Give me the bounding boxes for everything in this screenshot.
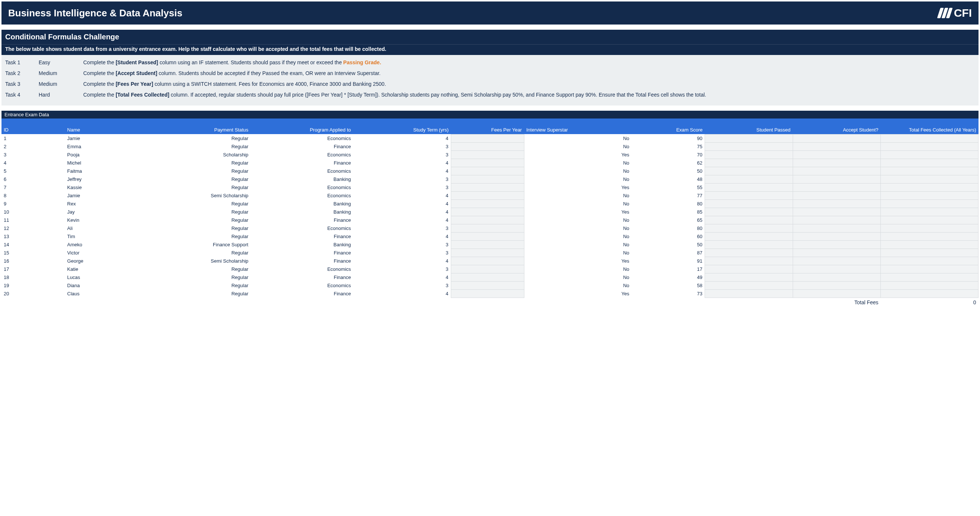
cell-total[interactable]: [881, 273, 978, 281]
cell-passed[interactable]: [705, 232, 793, 240]
cell-fees[interactable]: [451, 142, 524, 151]
cell-passed[interactable]: [705, 167, 793, 175]
cell-total[interactable]: [881, 191, 978, 200]
cell-fees[interactable]: [451, 224, 524, 232]
cell-passed[interactable]: [705, 224, 793, 232]
cell-superstar: Yes: [524, 183, 632, 191]
cell-accept[interactable]: [793, 183, 881, 191]
cell-id: 19: [2, 281, 65, 289]
cell-fees[interactable]: [451, 232, 524, 240]
cell-score: 75: [632, 142, 705, 151]
cell-total[interactable]: [881, 289, 978, 298]
cell-accept[interactable]: [793, 191, 881, 200]
cell-fees[interactable]: [451, 151, 524, 159]
cell-passed[interactable]: [705, 257, 793, 265]
cell-accept[interactable]: [793, 265, 881, 273]
cell-accept[interactable]: [793, 151, 881, 159]
cell-fees[interactable]: [451, 257, 524, 265]
col-accept: Accept Student?: [793, 119, 881, 134]
cell-total[interactable]: [881, 167, 978, 175]
cell-fees[interactable]: [451, 134, 524, 142]
cell-total[interactable]: [881, 134, 978, 142]
cell-fees[interactable]: [451, 273, 524, 281]
table-row: 9RexRegularBanking4No80: [2, 200, 978, 208]
cell-total[interactable]: [881, 240, 978, 249]
cell-passed[interactable]: [705, 151, 793, 159]
cell-passed[interactable]: [705, 134, 793, 142]
cell-fees[interactable]: [451, 289, 524, 298]
cell-accept[interactable]: [793, 257, 881, 265]
cell-id: 15: [2, 249, 65, 257]
cell-passed[interactable]: [705, 249, 793, 257]
cell-fees[interactable]: [451, 159, 524, 167]
cell-total[interactable]: [881, 208, 978, 216]
cell-score: 62: [632, 159, 705, 167]
cell-accept[interactable]: [793, 167, 881, 175]
cell-accept[interactable]: [793, 208, 881, 216]
cell-accept[interactable]: [793, 224, 881, 232]
cell-passed[interactable]: [705, 200, 793, 208]
cell-total[interactable]: [881, 224, 978, 232]
cell-accept[interactable]: [793, 232, 881, 240]
cell-accept[interactable]: [793, 281, 881, 289]
table-row: 15VictorRegularFinance3No87: [2, 249, 978, 257]
table-row: 7KassieRegularEconomics3Yes55: [2, 183, 978, 191]
cell-total[interactable]: [881, 249, 978, 257]
cell-accept[interactable]: [793, 273, 881, 281]
cell-total[interactable]: [881, 183, 978, 191]
cell-accept[interactable]: [793, 134, 881, 142]
cell-accept[interactable]: [793, 240, 881, 249]
cell-total[interactable]: [881, 200, 978, 208]
cell-passed[interactable]: [705, 216, 793, 224]
cell-fees[interactable]: [451, 281, 524, 289]
cell-accept[interactable]: [793, 159, 881, 167]
cell-accept[interactable]: [793, 216, 881, 224]
cell-total[interactable]: [881, 159, 978, 167]
cell-superstar: No: [524, 167, 632, 175]
cell-passed[interactable]: [705, 208, 793, 216]
cell-fees[interactable]: [451, 249, 524, 257]
cell-passed[interactable]: [705, 142, 793, 151]
cell-id: 7: [2, 183, 65, 191]
cell-id: 5: [2, 167, 65, 175]
cell-superstar: No: [524, 224, 632, 232]
cell-program: Economics: [250, 191, 353, 200]
cell-fees[interactable]: [451, 167, 524, 175]
cell-passed[interactable]: [705, 289, 793, 298]
cell-fees[interactable]: [451, 216, 524, 224]
cell-accept[interactable]: [793, 200, 881, 208]
cell-fees[interactable]: [451, 175, 524, 183]
cell-fees[interactable]: [451, 200, 524, 208]
cell-fees[interactable]: [451, 208, 524, 216]
section-heading: Conditional Formulas Challenge: [2, 30, 978, 44]
cell-total[interactable]: [881, 216, 978, 224]
cell-accept[interactable]: [793, 175, 881, 183]
cell-term: 3: [353, 249, 451, 257]
cell-total[interactable]: [881, 142, 978, 151]
cell-total[interactable]: [881, 281, 978, 289]
cell-fees[interactable]: [451, 240, 524, 249]
cell-total[interactable]: [881, 232, 978, 240]
cell-passed[interactable]: [705, 159, 793, 167]
cell-passed[interactable]: [705, 240, 793, 249]
cell-accept[interactable]: [793, 249, 881, 257]
cell-score: 55: [632, 183, 705, 191]
table-row: 16GeorgeSemi ScholarshipFinance4Yes91: [2, 257, 978, 265]
cell-accept[interactable]: [793, 142, 881, 151]
cell-total[interactable]: [881, 257, 978, 265]
cell-fees[interactable]: [451, 265, 524, 273]
cell-total[interactable]: [881, 151, 978, 159]
cell-id: 16: [2, 257, 65, 265]
cell-passed[interactable]: [705, 281, 793, 289]
cell-total[interactable]: [881, 265, 978, 273]
cell-passed[interactable]: [705, 175, 793, 183]
cell-passed[interactable]: [705, 273, 793, 281]
cell-passed[interactable]: [705, 191, 793, 200]
cell-fees[interactable]: [451, 183, 524, 191]
cell-total[interactable]: [881, 175, 978, 183]
cell-passed[interactable]: [705, 265, 793, 273]
cell-accept[interactable]: [793, 289, 881, 298]
cell-fees[interactable]: [451, 191, 524, 200]
cell-passed[interactable]: [705, 183, 793, 191]
cell-superstar: No: [524, 159, 632, 167]
